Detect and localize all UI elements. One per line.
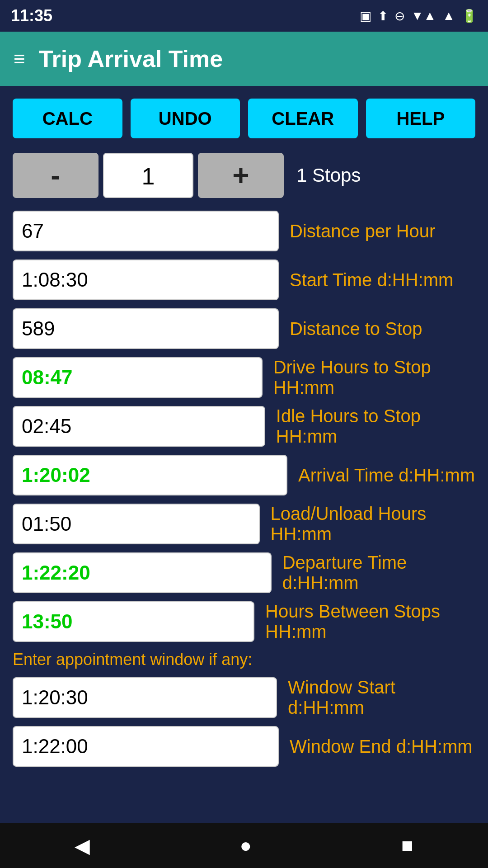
field-row-idle-hours: Idle Hours to Stop HH:mm: [13, 406, 475, 447]
field-row-hours-between: Hours Between Stops HH:mm: [13, 601, 475, 642]
appointment-note: Enter appointment window if any:: [13, 650, 475, 669]
stops-plus-button[interactable]: +: [198, 153, 284, 198]
drive-hours-input[interactable]: [13, 357, 263, 398]
clear-button[interactable]: CLEAR: [248, 99, 358, 138]
departure-time-label: Departure Time d:HH:mm: [282, 552, 475, 593]
calc-button[interactable]: CALC: [13, 99, 122, 138]
distance-to-stop-input[interactable]: [13, 308, 279, 349]
arrival-time-input[interactable]: [13, 455, 287, 495]
field-row-window-start: Window Start d:HH:mm: [13, 677, 475, 718]
idle-hours-label: Idle Hours to Stop HH:mm: [276, 406, 475, 447]
field-row-departure-time: Departure Time d:HH:mm: [13, 552, 475, 593]
back-button[interactable]: ◀: [75, 834, 90, 857]
window-end-label: Window End d:HH:mm: [290, 736, 473, 757]
departure-time-input[interactable]: [13, 552, 272, 593]
hours-between-label: Hours Between Stops HH:mm: [265, 601, 475, 642]
appointment-fields-container: Window Start d:HH:mm Window End d:HH:mm: [13, 677, 475, 767]
field-row-distance-to-stop: Distance to Stop: [13, 308, 475, 349]
field-row-start-time: Start Time d:HH:mm: [13, 259, 475, 300]
dnd-icon: ⊖: [394, 9, 405, 24]
home-button[interactable]: ●: [239, 834, 252, 857]
field-row-distance-per-hour: Distance per Hour: [13, 211, 475, 251]
app-title: Trip Arrival Time: [39, 45, 223, 72]
field-row-drive-hours: Drive Hours to Stop HH:mm: [13, 357, 475, 398]
battery-icon: 🔋: [461, 9, 477, 24]
field-row-load-unload: Load/Unload Hours HH:mm: [13, 504, 475, 544]
signal-icon: ▲: [442, 9, 455, 23]
recents-button[interactable]: ■: [401, 834, 413, 857]
status-time: 11:35: [11, 6, 52, 25]
fields-container: Distance per Hour Start Time d:HH:mm Dis…: [13, 211, 475, 642]
hours-between-input[interactable]: [13, 601, 254, 642]
field-row-window-end: Window End d:HH:mm: [13, 726, 475, 767]
stops-minus-button[interactable]: -: [13, 153, 99, 198]
stops-value: 1: [103, 153, 193, 198]
start-time-label: Start Time d:HH:mm: [290, 270, 453, 290]
toolbar: CALC UNDO CLEAR HELP: [13, 99, 475, 138]
idle-hours-input[interactable]: [13, 406, 265, 447]
drive-hours-label: Drive Hours to Stop HH:mm: [273, 357, 475, 398]
stops-label: 1 Stops: [296, 165, 361, 186]
distance-per-hour-input[interactable]: [13, 211, 279, 251]
status-bar: 11:35 ▣ ⬆ ⊖ ▼▲ ▲ 🔋: [0, 0, 488, 32]
arrival-time-label: Arrival Time d:HH:mm: [298, 465, 475, 486]
status-icons: ▣ ⬆ ⊖ ▼▲ ▲ 🔋: [360, 9, 477, 24]
field-row-arrival-time: Arrival Time d:HH:mm: [13, 455, 475, 495]
notification-icon: ▣: [360, 9, 371, 24]
menu-icon[interactable]: ≡: [14, 47, 25, 70]
wifi-icon: ▼▲: [411, 9, 436, 23]
window-start-input[interactable]: [13, 677, 277, 718]
distance-to-stop-label: Distance to Stop: [290, 319, 422, 339]
app-bar: ≡ Trip Arrival Time: [0, 32, 488, 86]
main-content: CALC UNDO CLEAR HELP - 1 + 1 Stops Dista…: [0, 86, 488, 788]
help-button[interactable]: HELP: [366, 99, 476, 138]
load-unload-input[interactable]: [13, 504, 260, 544]
window-start-label: Window Start d:HH:mm: [288, 677, 475, 718]
bottom-nav: ◀ ● ■: [0, 823, 488, 868]
stops-row: - 1 + 1 Stops: [13, 153, 475, 198]
undo-button[interactable]: UNDO: [131, 99, 240, 138]
distance-per-hour-label: Distance per Hour: [290, 221, 435, 241]
window-end-input[interactable]: [13, 726, 279, 767]
start-time-input[interactable]: [13, 259, 279, 300]
load-unload-label: Load/Unload Hours HH:mm: [271, 504, 475, 544]
upload-icon: ⬆: [378, 9, 388, 24]
